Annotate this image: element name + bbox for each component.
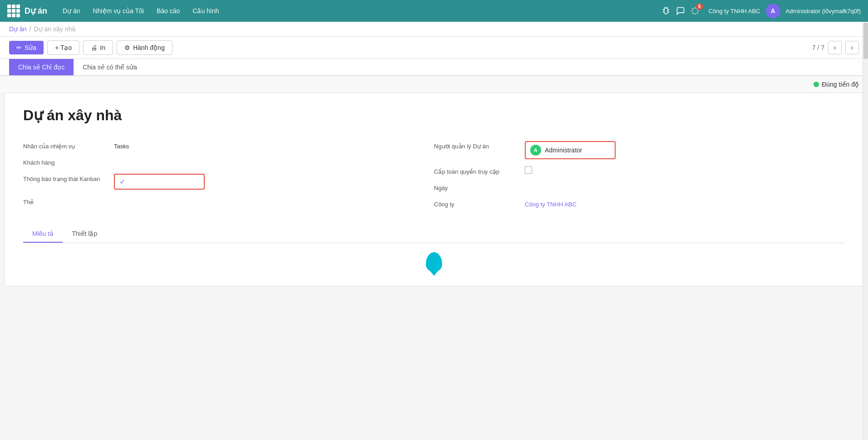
menu-bao-cao[interactable]: Báo cáo — [150, 0, 186, 22]
nhan-nhiem-vu-label: Nhãn của nhiệm vụ — [23, 141, 114, 150]
notification-badge: 8 — [696, 4, 703, 10]
field-the: Thẻ — [23, 193, 434, 210]
tab-thiet-lap[interactable]: Thiết lập — [63, 225, 106, 243]
bottom-tabs: Miêu tả Thiết lập — [23, 225, 845, 243]
activity-icon[interactable]: 8 — [690, 6, 700, 15]
breadcrumb-current: Dự án xây nhà — [34, 25, 75, 33]
scrollbar[interactable] — [863, 22, 868, 295]
khach-hang-label: Khách hàng — [23, 157, 114, 166]
company-name: Công ty TNHH ABC — [709, 8, 760, 15]
main-content: Dự án xây nhà Nhãn của nhiệm vụ Tasks Kh… — [5, 93, 863, 286]
menu-nhiem-vu[interactable]: Nhiệm vụ của Tôi — [87, 0, 150, 22]
menu-cau-hinh[interactable]: Cấu hình — [186, 0, 225, 22]
menu-du-an[interactable]: Dự án — [56, 0, 87, 22]
breadcrumb: Dự án / Dự án xây nhà — [0, 22, 868, 37]
topnav-right: 8 Công ty TNHH ABC A Administrator (i0vy… — [661, 4, 861, 18]
project-title: Dự án xây nhà — [23, 107, 845, 124]
tab-mieu-ta[interactable]: Miêu tả — [23, 225, 63, 243]
manager-avatar: A — [530, 145, 541, 156]
status-bar: Đúng tiến độ — [0, 76, 868, 93]
form-left: Nhãn của nhiệm vụ Tasks Khách hàng Thông… — [23, 137, 434, 212]
top-menu: Dự án Nhiệm vụ của Tôi Báo cáo Cấu hình — [56, 0, 661, 22]
kanban-field[interactable]: ✓ — [114, 174, 205, 190]
prev-button[interactable]: ‹ — [828, 41, 842, 54]
user-avatar[interactable]: A — [766, 4, 780, 18]
pagination: 7 / 7 ‹ › — [812, 41, 859, 54]
cong-ty-label: Công ty — [434, 199, 525, 208]
status-label: Đúng tiến độ — [822, 81, 859, 88]
field-nhan-nhiem-vu: Nhãn của nhiệm vụ Tasks — [23, 137, 434, 154]
nguoi-quan-ly-label: Người quản lý Dự án — [434, 141, 525, 150]
field-thong-bao: Thông báo trạng thái Kanban ✓ — [23, 170, 434, 193]
print-button[interactable]: 🖨 In — [83, 40, 113, 55]
cap-toan-quyen-label: Cấp toàn quyền truy cập — [434, 166, 525, 175]
ngay-label: Ngày — [434, 183, 525, 191]
action-button[interactable]: ⚙ Hành động — [117, 40, 173, 55]
nhan-nhiem-vu-value: Tasks — [114, 141, 129, 150]
toolbar: ✏ Sửa + Tạo 🖨 In ⚙ Hành động 7 / 7 ‹ › — [0, 37, 868, 59]
gear-icon: ⚙ — [124, 44, 130, 51]
manager-name: Administrator — [545, 147, 582, 154]
status-dot-icon — [814, 82, 819, 87]
thong-bao-label: Thông báo trạng thái Kanban — [23, 174, 114, 182]
scrollbar-thumb[interactable] — [863, 23, 868, 59]
field-cap-toan-quyen: Cấp toàn quyền truy cập — [434, 163, 845, 179]
share-tabs: Chia sẻ Chỉ đọc Chia sẻ có thể sửa — [0, 59, 868, 76]
print-icon: 🖨 — [91, 44, 97, 51]
app-logo[interactable]: Dự án — [7, 5, 47, 17]
grid-icon — [7, 5, 20, 17]
chat-icon[interactable] — [676, 6, 685, 15]
breadcrumb-parent[interactable]: Dự án — [9, 25, 27, 33]
pin-container — [23, 252, 845, 272]
field-khach-hang: Khách hàng — [23, 154, 434, 170]
top-navigation: Dự án Dự án Nhiệm vụ của Tôi Báo cáo Cấu… — [0, 0, 868, 22]
create-button[interactable]: + Tạo — [47, 40, 79, 55]
breadcrumb-separator: / — [30, 25, 31, 33]
field-cong-ty: Công ty Công ty TNHH ABC — [434, 196, 845, 212]
cong-ty-value[interactable]: Công ty TNHH ABC — [525, 199, 577, 208]
manager-field[interactable]: A Administrator — [525, 141, 616, 159]
pencil-icon: ✏ — [16, 44, 22, 51]
field-nguoi-quan-ly: Người quản lý Dự án A Administrator — [434, 137, 845, 163]
the-label: Thẻ — [23, 197, 114, 205]
cap-toan-quyen-checkbox[interactable] — [525, 166, 532, 174]
check-icon: ✓ — [119, 177, 125, 186]
tab-chi-doc[interactable]: Chia sẻ Chỉ đọc — [9, 59, 74, 75]
bug-icon[interactable] — [661, 6, 671, 15]
form-grid: Nhãn của nhiệm vụ Tasks Khách hàng Thông… — [23, 137, 845, 212]
next-button[interactable]: › — [845, 41, 859, 54]
edit-button[interactable]: ✏ Sửa — [9, 41, 44, 54]
username: Administrator (i0vymafk7q0f) — [786, 8, 861, 15]
app-name: Dự án — [25, 6, 47, 16]
tab-co-the-sua[interactable]: Chia sẻ có thể sửa — [74, 59, 146, 75]
field-ngay: Ngày — [434, 179, 845, 196]
pagination-text: 7 / 7 — [812, 44, 824, 51]
tooltip-pin-icon — [426, 252, 442, 272]
form-right: Người quản lý Dự án A Administrator Cấp … — [434, 137, 845, 212]
